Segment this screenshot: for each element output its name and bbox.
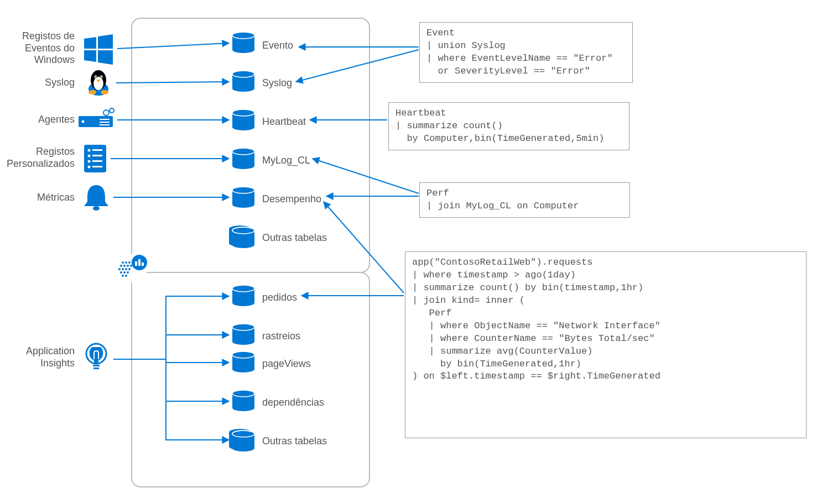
log-analytics-badge-icon [118, 254, 147, 282]
table-label-event: Evento [262, 40, 293, 51]
svg-point-43 [127, 271, 129, 274]
database-icon [232, 109, 254, 130]
svg-rect-20 [92, 155, 102, 156]
svg-point-5 [95, 76, 96, 77]
database-icon [232, 390, 254, 411]
list-icon [84, 145, 106, 172]
query-box-event: Event | union Syslog | where EventLevelN… [419, 22, 633, 83]
source-label-windows: Registos de Eventos do Windows [6, 30, 75, 66]
svg-point-15 [110, 108, 114, 113]
query-arrows [296, 47, 419, 296]
svg-rect-12 [100, 122, 110, 123]
table-label-requests: pedidos [262, 292, 297, 303]
svg-point-17 [88, 149, 91, 152]
svg-point-14 [103, 110, 109, 116]
svg-point-44 [122, 275, 124, 277]
database-icon [232, 187, 254, 208]
svg-rect-47 [135, 261, 137, 266]
svg-point-98 [232, 445, 254, 452]
database-icon [232, 32, 254, 53]
svg-point-6 [100, 76, 101, 77]
svg-rect-24 [92, 166, 102, 167]
svg-line-110 [324, 202, 404, 293]
bell-icon [84, 185, 108, 211]
source-arrows [111, 43, 229, 440]
svg-point-33 [120, 265, 122, 267]
table-label-other2: Outras tabelas [262, 435, 327, 447]
database-stack-icon [229, 429, 254, 452]
query-box-heartbeat: Heartbeat | summarize count() by Compute… [388, 102, 629, 150]
database-icon [232, 285, 254, 306]
svg-point-87 [232, 366, 254, 372]
svg-point-23 [88, 166, 91, 169]
svg-point-56 [232, 85, 254, 92]
svg-line-106 [296, 50, 419, 82]
query-box-perf: Perf | join MyLog_CL on Computer [419, 182, 630, 218]
table-label-deps: dependências [262, 397, 324, 408]
svg-point-64 [232, 162, 254, 169]
database-stack-icon [229, 225, 254, 248]
svg-rect-22 [92, 160, 102, 162]
svg-point-79 [232, 300, 254, 306]
table-label-perf: Desempenho [262, 193, 321, 205]
lightbulb-icon [86, 344, 106, 369]
table-label-mylog: MyLog_CL [262, 155, 310, 166]
svg-point-31 [125, 261, 127, 264]
svg-line-101 [116, 82, 229, 83]
svg-point-45 [125, 275, 127, 277]
svg-rect-49 [142, 262, 144, 266]
svg-point-40 [128, 268, 131, 270]
source-label-appinsights: Application Insights [6, 345, 75, 369]
svg-rect-48 [138, 259, 140, 266]
svg-point-21 [88, 160, 91, 163]
linux-penguin-icon [89, 70, 108, 96]
server-icon [79, 108, 114, 127]
svg-point-68 [232, 201, 254, 208]
svg-point-60 [232, 124, 254, 130]
svg-point-38 [122, 268, 124, 270]
svg-point-37 [118, 268, 121, 270]
svg-line-108 [313, 159, 419, 193]
source-label-custom: Registos Personalizados [6, 146, 75, 170]
table-label-heartbeat: Heartbeat [262, 116, 306, 128]
svg-point-52 [232, 46, 254, 53]
svg-point-7 [89, 90, 96, 95]
svg-point-91 [232, 405, 254, 411]
query-box-appinsights: app("ContosoRetailWeb").requests | where… [405, 251, 806, 438]
svg-point-25 [93, 206, 100, 211]
svg-point-32 [128, 261, 131, 264]
database-icon [232, 148, 254, 169]
svg-rect-11 [100, 119, 110, 120]
windows-logo-icon [84, 34, 113, 65]
table-label-syslog: Syslog [262, 77, 292, 89]
svg-point-75 [232, 242, 254, 248]
svg-point-2 [93, 77, 103, 90]
svg-point-39 [125, 268, 127, 270]
svg-point-8 [101, 90, 108, 95]
svg-point-30 [122, 261, 124, 264]
svg-rect-28 [93, 368, 99, 369]
svg-rect-13 [100, 124, 110, 125]
source-label-metrics: Métricas [6, 192, 75, 204]
svg-point-42 [123, 271, 126, 274]
svg-point-19 [88, 155, 91, 158]
table-label-other1: Outras tabelas [262, 232, 327, 244]
svg-point-83 [232, 338, 254, 345]
source-label-syslog: Syslog [6, 77, 75, 89]
svg-point-36 [130, 265, 132, 267]
source-label-agents: Agentes [6, 114, 75, 126]
database-icon [232, 324, 254, 345]
svg-rect-18 [92, 149, 102, 151]
svg-rect-16 [84, 145, 106, 172]
table-label-pageviews: pageViews [262, 358, 311, 370]
table-label-traces: rastreios [262, 330, 300, 342]
database-icon [232, 351, 254, 372]
svg-point-35 [127, 265, 129, 267]
database-icon [232, 71, 254, 92]
svg-rect-27 [93, 365, 100, 366]
svg-point-41 [120, 271, 122, 274]
svg-line-100 [117, 43, 229, 49]
svg-point-10 [82, 120, 85, 123]
svg-point-34 [123, 265, 126, 267]
